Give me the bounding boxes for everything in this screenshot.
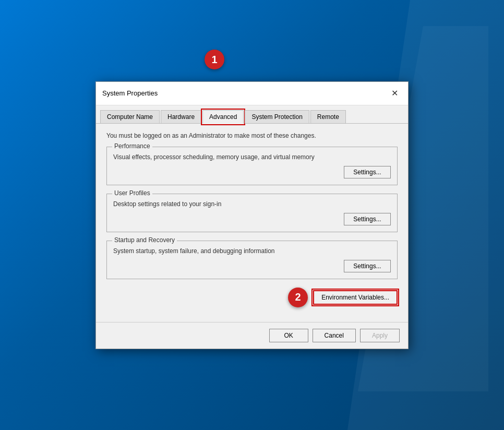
cancel-button[interactable]: Cancel bbox=[313, 329, 356, 342]
step-2-badge: 2 bbox=[288, 288, 308, 307]
performance-label: Performance bbox=[112, 142, 152, 150]
env-variables-row: 2 Environment Variables... bbox=[106, 288, 398, 307]
tab-content: You must be logged on as an Administrato… bbox=[96, 124, 408, 322]
startup-recovery-group: Startup and Recovery System startup, sys… bbox=[106, 241, 398, 279]
user-profiles-settings-button[interactable]: Settings... bbox=[344, 213, 391, 225]
tab-remote[interactable]: Remote bbox=[310, 110, 346, 124]
info-text: You must be logged on as an Administrato… bbox=[106, 132, 398, 139]
startup-recovery-label: Startup and Recovery bbox=[112, 236, 177, 244]
close-button[interactable]: ✕ bbox=[387, 86, 402, 101]
bottom-bar: OK Cancel Apply bbox=[96, 322, 408, 349]
performance-description: Visual effects, processor scheduling, me… bbox=[113, 153, 391, 161]
tab-bar: Computer Name Hardware Advanced System P… bbox=[96, 105, 408, 124]
environment-variables-button[interactable]: Environment Variables... bbox=[313, 290, 398, 305]
startup-recovery-description: System startup, system failure, and debu… bbox=[113, 247, 391, 255]
performance-settings-button[interactable]: Settings... bbox=[344, 166, 391, 178]
step-1-badge: 1 bbox=[205, 50, 224, 69]
tab-advanced[interactable]: Advanced bbox=[202, 110, 244, 124]
system-properties-dialog: System Properties ✕ Computer Name Hardwa… bbox=[95, 81, 409, 349]
user-profiles-description: Desktop settings related to your sign-in bbox=[113, 200, 391, 208]
title-bar: System Properties ✕ bbox=[96, 82, 408, 105]
step-1-badge-container: 1 bbox=[205, 50, 224, 69]
user-profiles-label: User Profiles bbox=[112, 189, 152, 197]
startup-recovery-settings-button[interactable]: Settings... bbox=[344, 260, 391, 272]
tab-computer-name[interactable]: Computer Name bbox=[100, 110, 160, 124]
tab-hardware[interactable]: Hardware bbox=[161, 110, 201, 124]
ok-button[interactable]: OK bbox=[269, 329, 308, 342]
user-profiles-group: User Profiles Desktop settings related t… bbox=[106, 194, 398, 232]
dialog-title: System Properties bbox=[102, 89, 158, 97]
apply-button[interactable]: Apply bbox=[360, 329, 400, 342]
performance-group: Performance Visual effects, processor sc… bbox=[106, 147, 398, 185]
tab-system-protection[interactable]: System Protection bbox=[245, 110, 309, 124]
